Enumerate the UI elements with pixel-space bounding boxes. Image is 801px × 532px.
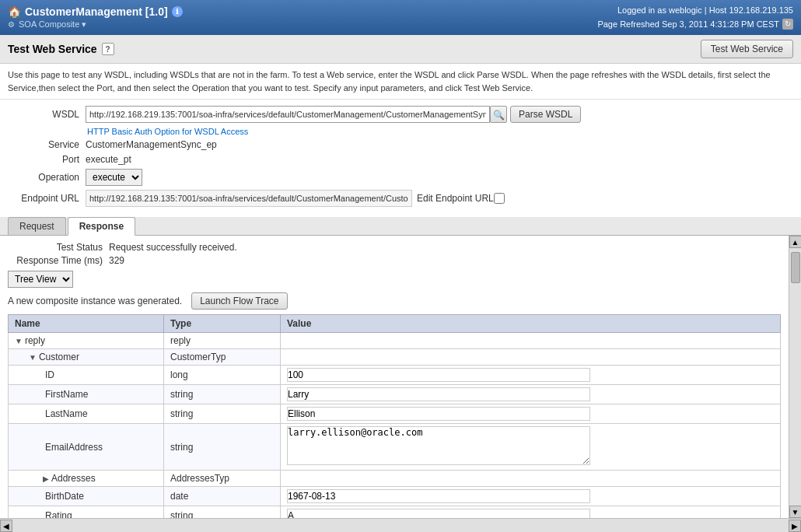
- page-title-bar: Test Web Service ? Test Web Service: [0, 35, 801, 64]
- value-textarea[interactable]: [287, 426, 590, 465]
- cell-value: [281, 424, 781, 471]
- tree-view-select[interactable]: Tree View: [8, 271, 73, 288]
- table-row: ▼CustomerCustomerTyp: [9, 349, 781, 366]
- app-title: CustomerManagement [1.0]: [25, 5, 168, 18]
- cell-value: [281, 487, 781, 506]
- expand-icon[interactable]: ▼: [15, 337, 23, 345]
- http-basic-link[interactable]: HTTP Basic Auth Option for WSDL Access: [87, 127, 793, 136]
- parse-wsdl-button[interactable]: Parse WSDL: [510, 106, 581, 123]
- value-input[interactable]: [287, 509, 590, 518]
- cell-name: LastName: [9, 404, 164, 424]
- app-info-icon[interactable]: ℹ: [172, 6, 183, 17]
- table-row: LastNamestring: [9, 404, 781, 424]
- cell-value: [281, 404, 781, 424]
- test-web-service-button[interactable]: Test Web Service: [701, 40, 793, 58]
- cell-type: AddressesTyp: [164, 471, 281, 487]
- main-content: Test Web Service ? Test Web Service Use …: [0, 35, 801, 532]
- endpoint-label: Endpoint URL: [8, 193, 86, 204]
- value-input[interactable]: [287, 489, 590, 503]
- port-row: Port execute_pt: [8, 154, 793, 165]
- page-help-icon[interactable]: ?: [102, 43, 114, 55]
- response-time-row: Response Time (ms) 329: [8, 255, 781, 266]
- test-status-row: Test Status Request successfully receive…: [8, 242, 781, 253]
- operation-select[interactable]: execute: [86, 169, 142, 186]
- page-refreshed-row: Page Refreshed Sep 3, 2011 4:31:28 PM CE…: [597, 18, 793, 32]
- value-input[interactable]: [287, 387, 590, 401]
- row-name: LastName: [45, 408, 88, 419]
- edit-endpoint-label: Edit Endpoint URL: [417, 193, 494, 204]
- value-input[interactable]: [287, 407, 590, 421]
- row-name: ID: [45, 369, 54, 380]
- wsdl-search-icon[interactable]: 🔍: [490, 106, 507, 123]
- right-scrollbar[interactable]: ▲ ▼: [789, 236, 801, 518]
- table-row: BirthDatedate: [9, 487, 781, 506]
- scroll-up-button[interactable]: ▲: [789, 236, 802, 248]
- response-area: Test Status Request successfully receive…: [0, 236, 789, 518]
- expand-icon[interactable]: ▼: [29, 353, 37, 362]
- content-area: Test Status Request successfully receive…: [0, 236, 789, 518]
- tree-view-row: Tree View: [8, 271, 781, 288]
- cell-value: [281, 471, 781, 487]
- cell-name: BirthDate: [9, 487, 164, 506]
- edit-endpoint-checkbox[interactable]: [494, 193, 505, 204]
- endpoint-input[interactable]: [86, 190, 412, 207]
- cell-type: string: [164, 506, 281, 519]
- cell-name: FirstName: [9, 385, 164, 404]
- soa-composite-label[interactable]: SOA Composite ▾: [19, 19, 86, 30]
- tab-request[interactable]: Request: [8, 217, 66, 235]
- refresh-icon[interactable]: ↻: [782, 19, 793, 30]
- cell-value: [281, 506, 781, 519]
- expand-icon[interactable]: ▶: [43, 474, 49, 483]
- cell-name: ▶Addresses: [9, 471, 164, 487]
- scroll-right-button[interactable]: ▶: [789, 520, 801, 532]
- table-row: FirstNamestring: [9, 385, 781, 404]
- row-name: reply: [25, 335, 45, 346]
- scroll-down-button[interactable]: ▼: [789, 506, 802, 518]
- header: 🏠 CustomerManagement [1.0] ℹ ⚙ SOA Compo…: [0, 0, 801, 35]
- soa-composite-dropdown[interactable]: ⚙ SOA Composite ▾: [8, 19, 183, 30]
- scroll-left-button[interactable]: ◀: [0, 520, 12, 532]
- table-row: IDlong: [9, 366, 781, 385]
- table-row: Ratingstring: [9, 506, 781, 519]
- cell-name: ▼Customer: [9, 349, 164, 366]
- port-label: Port: [8, 154, 86, 165]
- cell-name: Rating: [9, 506, 164, 519]
- row-name: EmailAddress: [45, 442, 103, 453]
- launch-flow-trace-button[interactable]: Launch Flow Trace: [191, 292, 287, 310]
- cell-name: ID: [9, 366, 164, 385]
- cell-value: [281, 385, 781, 404]
- col-value: Value: [281, 315, 781, 333]
- bottom-scrollbar[interactable]: ◀ ▶: [0, 518, 801, 532]
- wsdl-row: WSDL 🔍 Parse WSDL: [8, 106, 793, 123]
- cell-value: [281, 366, 781, 385]
- row-name: BirthDate: [45, 491, 84, 502]
- scroll-thumb[interactable]: [791, 252, 800, 283]
- cell-type: long: [164, 366, 281, 385]
- test-status-label: Test Status: [8, 242, 109, 253]
- tabs: Request Response: [0, 217, 801, 236]
- response-time-value: 329: [109, 255, 124, 266]
- col-type: Type: [164, 315, 281, 333]
- tab-response[interactable]: Response: [68, 217, 135, 236]
- cell-type: reply: [164, 333, 281, 349]
- app-icon: 🏠: [8, 5, 21, 18]
- row-name: FirstName: [45, 389, 88, 400]
- service-value: CustomerManagementSync_ep: [86, 139, 217, 150]
- cell-type: string: [164, 385, 281, 404]
- page-title-text: Test Web Service: [8, 43, 97, 55]
- scroll-track: [789, 248, 801, 506]
- value-input[interactable]: [287, 368, 590, 382]
- wsdl-input[interactable]: [86, 106, 490, 123]
- col-name: Name: [9, 315, 164, 333]
- cell-type: date: [164, 487, 281, 506]
- endpoint-row: Endpoint URL Edit Endpoint URL: [8, 190, 793, 207]
- test-status-value: Request successfully received.: [109, 242, 237, 253]
- header-left: 🏠 CustomerManagement [1.0] ℹ ⚙ SOA Compo…: [8, 5, 183, 30]
- port-value: execute_pt: [86, 154, 131, 165]
- cell-value: [281, 349, 781, 366]
- row-name: Customer: [39, 352, 79, 362]
- page-description: Use this page to test any WSDL, includin…: [0, 64, 801, 100]
- cell-type: string: [164, 424, 281, 471]
- composite-msg: A new composite instance was generated.: [8, 296, 182, 306]
- service-row: Service CustomerManagementSync_ep: [8, 139, 793, 150]
